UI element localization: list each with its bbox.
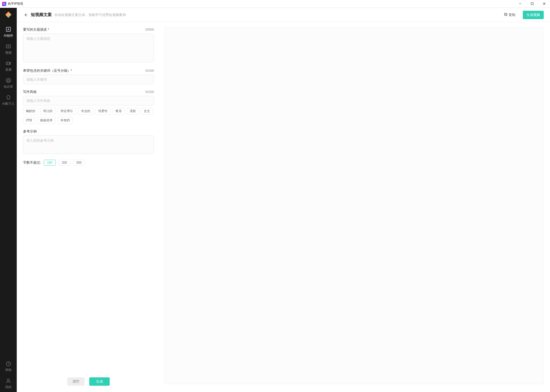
style-tag[interactable]: 娓娓道来 (37, 117, 55, 124)
help-icon: ? (5, 361, 12, 367)
svg-rect-18 (504, 13, 507, 15)
sidebar-item-profile[interactable]: 我的 (0, 375, 17, 392)
app-logo-icon (2, 2, 6, 6)
page-header: 短视频文案 自动短视频文案生成，智能学习优秀短视频案例 复制 生成视频 (17, 8, 550, 22)
style-tag[interactable]: 古文 (141, 108, 153, 115)
wordlimit-label: 字数不超过: (23, 160, 41, 165)
topic-input[interactable] (23, 34, 154, 62)
style-count: 0/100 (145, 90, 154, 94)
keywords-label: 希望包含的关键词（逗号分隔）* (23, 68, 72, 73)
keywords-input[interactable] (23, 75, 154, 84)
star-icon (5, 77, 12, 84)
titlebar: 风平IP智造 (0, 0, 550, 8)
keywords-group: 希望包含的关键词（逗号分隔）* 0/100 (23, 68, 154, 84)
sidebar-item-knowledge[interactable]: 知识库 (0, 75, 17, 92)
copy-label: 复制 (509, 13, 515, 17)
sidebar-item-label: 视频 (5, 51, 12, 55)
sidebar-item-live[interactable]: 直播 (0, 58, 17, 75)
wordlimit-option[interactable]: 200 (58, 160, 70, 165)
sidebar-item-label: AI创作 (4, 34, 13, 38)
live-icon (5, 60, 12, 67)
style-tag[interactable]: 鲁迅 (113, 108, 125, 115)
svg-rect-17 (505, 14, 507, 16)
style-tag[interactable]: 幽默的 (23, 108, 38, 115)
sidebar-item-label: 直播 (5, 68, 12, 72)
wordlimit-option[interactable]: 500 (73, 160, 85, 165)
generate-button[interactable]: 生成 (89, 377, 110, 386)
keywords-count: 0/100 (145, 69, 154, 73)
style-label: 写作风格 (23, 90, 37, 94)
topic-count: 0/500 (145, 27, 154, 31)
sidebar-item-ai-avatar[interactable]: AI数字人 (0, 92, 17, 109)
window-close-icon[interactable] (541, 2, 548, 6)
style-input[interactable] (23, 96, 154, 106)
style-tag[interactable]: 张爱玲 (95, 108, 110, 115)
sidebar-item-video[interactable]: 视频 (0, 41, 17, 58)
video-icon (5, 43, 12, 49)
example-group: 参考示例 (23, 129, 154, 154)
style-tags: 幽默的 简洁的 旁征博引 专业的 张爱玲 鲁迅 清新 古文 抒情 娓娓道来 奔放… (23, 108, 154, 124)
wordlimit-option[interactable]: 150 (44, 160, 56, 165)
window-minimize-icon[interactable] (516, 2, 524, 6)
user-icon (5, 378, 12, 384)
window-controls (516, 2, 548, 6)
page-title: 短视频文案 (31, 12, 52, 18)
style-tag[interactable]: 清新 (127, 108, 139, 115)
svg-text:A: A (8, 28, 9, 31)
copy-button[interactable]: 复制 (502, 12, 518, 18)
back-arrow-icon[interactable] (23, 12, 28, 18)
output-panel (164, 27, 544, 384)
topic-group: 要写的主题描述 * 0/500 (23, 27, 154, 63)
example-label: 参考示例 (23, 129, 37, 134)
head-icon (5, 94, 12, 101)
svg-point-16 (7, 379, 9, 381)
sidebar-item-label: AI数字人 (2, 102, 14, 106)
sidebar-item-label: 帮助 (5, 368, 12, 372)
style-group: 写作风格 0/100 幽默的 简洁的 旁征博引 专业的 张爱玲 鲁迅 清新 (23, 90, 154, 124)
svg-marker-13 (7, 79, 10, 82)
clear-button[interactable]: 清空 (67, 377, 85, 386)
sidebar-item-ai-create[interactable]: A AI创作 (0, 24, 17, 41)
svg-text:?: ? (8, 362, 9, 365)
svg-marker-10 (9, 62, 10, 64)
sidebar-logo-icon (4, 10, 13, 19)
style-tag[interactable]: 旁征博引 (58, 108, 76, 115)
copy-icon (504, 13, 508, 17)
sidebar: A AI创作 视频 直播 知识库 AI数字人 (0, 8, 17, 392)
svg-marker-4 (5, 12, 12, 18)
action-row: 清空 生成 (23, 374, 154, 387)
page-subtitle: 自动短视频文案生成，智能学习优秀短视频案例 (54, 13, 126, 17)
style-tag[interactable]: 简洁的 (40, 108, 55, 115)
sidebar-item-label: 知识库 (4, 85, 13, 89)
sidebar-item-label: 我的 (5, 385, 12, 389)
window-maximize-icon[interactable] (529, 2, 536, 6)
svg-rect-1 (531, 3, 533, 5)
style-tag[interactable]: 抒情 (23, 117, 35, 124)
ai-create-icon: A (5, 26, 12, 32)
style-tag[interactable]: 专业的 (78, 108, 93, 115)
style-tag[interactable]: 奔放的 (58, 117, 73, 124)
svg-marker-11 (7, 63, 8, 64)
sidebar-item-help[interactable]: ? 帮助 (0, 358, 17, 375)
wordlimit-group: 字数不超过: 150 200 500 (23, 160, 154, 165)
svg-marker-8 (8, 46, 9, 47)
titlebar-left: 风平IP智造 (2, 2, 23, 6)
example-input[interactable] (23, 135, 154, 154)
app-name: 风平IP智造 (8, 2, 23, 6)
topic-label: 要写的主题描述 * (23, 27, 49, 32)
generate-video-button[interactable]: 生成视频 (523, 11, 544, 19)
